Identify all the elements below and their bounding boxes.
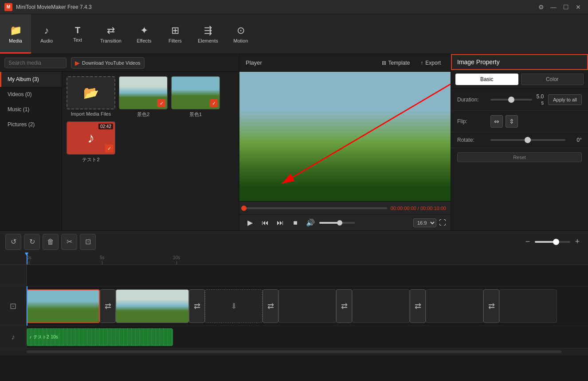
tab-basic-label: Basic — [480, 76, 493, 82]
crop-button[interactable]: ⊡ — [80, 234, 96, 250]
download-youtube-button[interactable]: ▶ Download YouTube Videos — [71, 57, 145, 69]
toolbar-effects[interactable]: ✦ Effects — [129, 14, 160, 54]
sidebar-item-my-album[interactable]: My Album (3) — [0, 72, 62, 87]
timeline-ruler: 0s 5s 10s — [0, 253, 588, 265]
timeline-clip-2[interactable] — [116, 289, 189, 323]
export-button[interactable]: ↑ Export — [417, 58, 444, 68]
left-sidebar-nav: My Album (3) Videos (0) Music (1) Pictur… — [0, 72, 62, 230]
cut-icon: ✂ — [67, 237, 72, 246]
minimize-button[interactable]: — — [548, 2, 559, 12]
delete-button[interactable]: 🗑 — [43, 234, 59, 250]
sidebar-item-videos[interactable]: Videos (0) — [0, 87, 62, 102]
toolbar-audio[interactable]: ♪ Audio — [31, 14, 62, 54]
undo-button[interactable]: ↺ — [5, 234, 21, 250]
close-button[interactable]: ✕ — [573, 2, 584, 12]
timeline-empty-5[interactable] — [499, 289, 557, 323]
flip-horizontal-button[interactable]: ⇔ — [490, 115, 503, 128]
fullscreen-button[interactable]: ⛶ — [439, 219, 446, 227]
list-item[interactable]: 📂 Import Media Files — [67, 76, 115, 118]
timeline-transition-3[interactable]: ⇄ — [263, 289, 278, 323]
zoom-out-button[interactable]: − — [522, 237, 533, 247]
flip-vertical-button[interactable]: ⇕ — [506, 115, 518, 128]
audio-clip-label: テスト2 — [33, 334, 49, 340]
check-badge: ✓ — [157, 99, 165, 107]
sidebar-item-music-label: Music (1) — [8, 106, 29, 113]
timeline-empty-2[interactable] — [278, 289, 336, 323]
timeline-transition-4[interactable]: ⇄ — [336, 289, 352, 323]
toolbar-text[interactable]: T Text — [62, 14, 93, 54]
timeline-right-buttons: − + — [522, 237, 583, 247]
app-title: MiniTool MovieMaker Free 7.4.3 — [16, 4, 92, 10]
audio-clip[interactable]: ♪ テスト2 10s — [27, 328, 173, 346]
media-search-bar: ▶ Download YouTube Videos — [0, 54, 239, 72]
timeline-scrollbar-track[interactable] — [27, 350, 561, 353]
toolbar-transition-label: Transition — [100, 38, 122, 43]
duration-slider[interactable] — [490, 99, 532, 101]
volume-button[interactable]: 🔊 — [304, 217, 317, 229]
filters-icon: ⊞ — [171, 25, 179, 36]
timeline-transition-1[interactable]: ⇄ — [100, 289, 116, 323]
rotate-value: 0° — [570, 137, 582, 143]
timeline-transition-2[interactable]: ⇄ — [189, 289, 205, 323]
next-frame-button[interactable]: ⏭ — [274, 217, 286, 229]
prev-frame-button[interactable]: ⏮ — [259, 217, 271, 229]
toolbar-motion[interactable]: ⊙ Motion — [225, 14, 256, 54]
sidebar-item-music[interactable]: Music (1) — [0, 102, 62, 117]
toolbar-elements-label: Elements — [198, 38, 218, 43]
reset-button[interactable]: Reset — [457, 152, 582, 162]
zoom-in-button[interactable]: + — [572, 237, 583, 247]
timeline-transition-6[interactable]: ⇄ — [483, 289, 499, 323]
maximize-button[interactable]: ☐ — [561, 2, 571, 12]
toolbar-elements[interactable]: ⇶ Elements — [191, 14, 225, 54]
timeline-empty-3[interactable] — [352, 289, 410, 323]
aspect-ratio-select[interactable]: 16:9 4:3 1:1 9:16 — [413, 218, 436, 227]
audio-clip-duration: 10s — [51, 334, 58, 339]
toolbar-filters[interactable]: ⊞ Filters — [160, 14, 191, 54]
time-total: 00:00:10:00 — [420, 206, 446, 211]
list-item[interactable]: ✓ 景色1 — [171, 76, 220, 118]
zoom-track[interactable] — [535, 241, 570, 243]
volume-track[interactable] — [319, 222, 355, 224]
annotation-arrow — [239, 72, 451, 201]
redo-button[interactable]: ↻ — [24, 234, 40, 250]
template-icon: ⊞ — [382, 60, 386, 66]
sidebar-item-pictures[interactable]: Pictures (2) — [0, 117, 62, 132]
timeline-empty-4[interactable] — [426, 289, 483, 323]
import-label: Import Media Files — [71, 111, 111, 117]
undo-icon: ↺ — [11, 237, 16, 246]
settings-icon[interactable]: ⚙ — [536, 2, 546, 12]
toolbar-transition[interactable]: ⇄ Transition — [93, 14, 129, 54]
effects-icon: ✦ — [140, 25, 148, 36]
list-item[interactable]: ✓ 景色2 — [119, 76, 168, 118]
apply-to-all-button[interactable]: Apply to all — [548, 94, 582, 105]
rotate-slider[interactable] — [490, 139, 565, 141]
timeline-clip-1[interactable] — [27, 289, 100, 323]
tab-color[interactable]: Color — [521, 74, 584, 85]
timeline-empty-1[interactable]: ⬇ — [205, 289, 263, 323]
player-label: Player — [246, 59, 262, 66]
app-icon: M — [4, 3, 12, 11]
progress-bar-track[interactable] — [244, 207, 387, 209]
ruler-label-10s: 10s — [173, 255, 180, 260]
timeline-transition-5[interactable]: ⇄ — [410, 289, 426, 323]
check-badge-2: ✓ — [210, 99, 218, 107]
ruler-mark-5s: 5s — [100, 255, 105, 264]
stop-button[interactable]: ■ — [289, 217, 302, 229]
toolbar-media-label: Media — [9, 38, 22, 43]
toolbar-media[interactable]: 📁 Media — [0, 14, 31, 54]
text-icon: T — [75, 25, 80, 35]
player-timeline: 00:00:00:00 / 00:00:10:00 — [239, 201, 451, 214]
transition-icon: ⇄ — [107, 25, 115, 36]
app-icon-letter: M — [7, 4, 10, 9]
media-grid: 📂 Import Media Files ✓ 景色2 ✓ — [62, 72, 239, 230]
media-thumb-music: ♪ 02:42 ✓ — [67, 121, 115, 155]
player-header-buttons: ⊞ Template ↑ Export — [378, 58, 444, 68]
playhead-head — [24, 253, 29, 256]
search-input[interactable] — [4, 58, 67, 68]
cut-button[interactable]: ✂ — [61, 234, 77, 250]
tab-basic[interactable]: Basic — [455, 74, 518, 85]
timeline-scrollbar — [0, 348, 588, 355]
list-item[interactable]: ♪ 02:42 ✓ テスト2 — [67, 121, 115, 163]
play-button[interactable]: ▶ — [244, 217, 256, 229]
template-button[interactable]: ⊞ Template — [378, 58, 414, 68]
